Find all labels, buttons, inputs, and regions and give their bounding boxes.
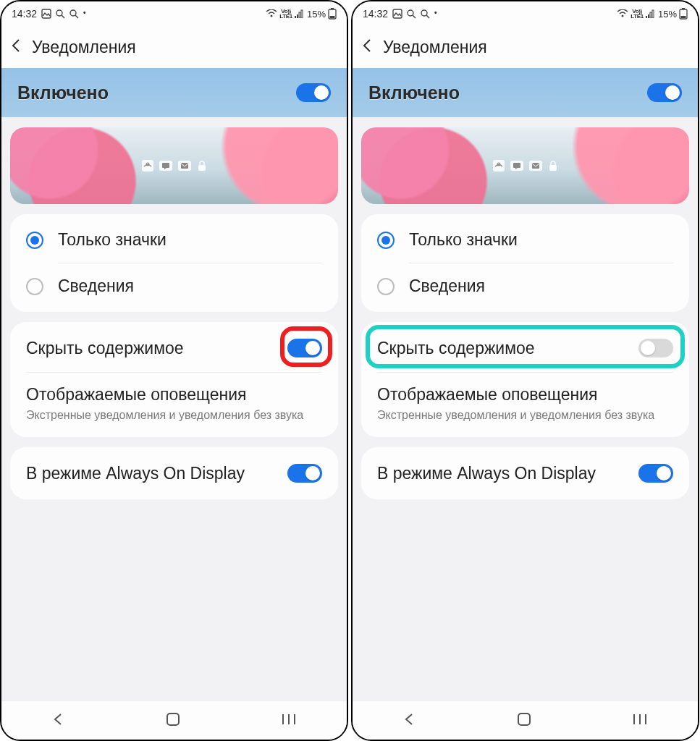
nav-home-icon[interactable] bbox=[516, 711, 532, 730]
volte-icon: Vo))LTE1 bbox=[279, 9, 292, 19]
wifi-icon bbox=[617, 9, 628, 18]
gallery-icon bbox=[41, 9, 51, 19]
hide-content-toggle[interactable] bbox=[638, 339, 673, 357]
svg-point-5 bbox=[271, 15, 273, 17]
hide-content-row[interactable]: Скрыть содержимое bbox=[361, 325, 689, 372]
lock-icon bbox=[548, 160, 558, 172]
svg-rect-21 bbox=[393, 9, 402, 18]
svg-rect-33 bbox=[681, 16, 686, 18]
lockscreen-preview bbox=[361, 127, 689, 204]
lock-icon bbox=[197, 160, 207, 172]
more-dot-icon: • bbox=[83, 9, 86, 17]
radio-icon[interactable] bbox=[377, 278, 395, 295]
radio-icon[interactable] bbox=[26, 232, 43, 249]
mail-icon bbox=[529, 161, 542, 171]
search-icon-2 bbox=[421, 9, 430, 19]
shown-alerts-title: Отображаемые оповещения bbox=[377, 384, 673, 405]
master-toggle[interactable] bbox=[647, 83, 682, 102]
radio-label: Сведения bbox=[58, 276, 134, 296]
radio-label: Сведения bbox=[409, 276, 485, 296]
hide-content-label: Скрыть содержимое bbox=[26, 338, 184, 359]
svg-line-2 bbox=[62, 15, 64, 18]
svg-rect-7 bbox=[297, 14, 298, 18]
shown-alerts-row[interactable]: Отображаемые оповещения Экстренные уведо… bbox=[361, 373, 689, 434]
master-toggle-row[interactable]: Включено bbox=[1, 68, 347, 117]
aod-row[interactable]: В режиме Always On Display bbox=[361, 450, 689, 497]
phone-right: 14:32 • Vo))LTE1 15% Уведомления Включен… bbox=[351, 0, 699, 741]
aod-toggle[interactable] bbox=[638, 464, 673, 483]
master-toggle[interactable] bbox=[296, 83, 331, 102]
battery-icon bbox=[328, 8, 337, 20]
nav-recents-icon[interactable] bbox=[281, 713, 297, 729]
svg-rect-8 bbox=[299, 12, 300, 18]
svg-rect-27 bbox=[646, 16, 647, 18]
radio-label: Только значки bbox=[409, 230, 518, 250]
shown-alerts-sub: Экстренные уведомления и уведомления без… bbox=[26, 408, 322, 423]
page-title: Уведомления bbox=[383, 38, 487, 57]
more-dot-icon: • bbox=[434, 9, 437, 17]
svg-point-1 bbox=[56, 10, 62, 16]
svg-point-26 bbox=[622, 15, 624, 17]
svg-rect-36 bbox=[532, 163, 539, 169]
radio-icons-only[interactable]: Только значки bbox=[361, 217, 689, 263]
options-card: Скрыть содержимое Отображаемые оповещени… bbox=[10, 322, 338, 437]
back-icon[interactable] bbox=[10, 37, 23, 57]
svg-rect-12 bbox=[330, 16, 335, 18]
back-icon[interactable] bbox=[361, 37, 374, 57]
shown-alerts-row[interactable]: Отображаемые оповещения Экстренные уведо… bbox=[10, 373, 338, 434]
battery-percent: 15% bbox=[658, 9, 677, 20]
svg-rect-16 bbox=[198, 165, 206, 171]
lockscreen-preview bbox=[10, 127, 338, 204]
aod-label: В режиме Always On Display bbox=[377, 463, 596, 484]
header: Уведомления bbox=[353, 26, 698, 68]
shown-alerts-sub: Экстренные уведомления и уведомления без… bbox=[377, 408, 673, 423]
aod-row[interactable]: В режиме Always On Display bbox=[10, 450, 338, 497]
svg-line-23 bbox=[413, 15, 416, 18]
master-toggle-label: Включено bbox=[368, 82, 460, 103]
aod-toggle[interactable] bbox=[287, 464, 322, 483]
radio-label: Только значки bbox=[58, 230, 166, 250]
search-icon-2 bbox=[69, 9, 79, 19]
radio-icons-only[interactable]: Только значки bbox=[10, 217, 338, 263]
svg-rect-30 bbox=[652, 10, 654, 18]
gallery-icon bbox=[392, 9, 402, 19]
missed-call-icon bbox=[142, 160, 153, 172]
signal-icon bbox=[646, 9, 656, 18]
master-toggle-row[interactable]: Включено bbox=[353, 68, 698, 117]
svg-rect-6 bbox=[295, 16, 296, 18]
radio-details[interactable]: Сведения bbox=[361, 263, 689, 309]
chat-icon bbox=[510, 161, 523, 171]
radio-icon[interactable] bbox=[26, 278, 43, 295]
aod-card: В режиме Always On Display bbox=[10, 447, 338, 500]
radio-icon[interactable] bbox=[377, 232, 395, 249]
style-card: Только значки Сведения bbox=[10, 214, 338, 312]
radio-details[interactable]: Сведения bbox=[10, 263, 338, 309]
nav-recents-icon[interactable] bbox=[632, 713, 648, 729]
hide-content-row[interactable]: Скрыть содержимое bbox=[10, 325, 338, 372]
svg-rect-38 bbox=[518, 714, 530, 725]
page-title: Уведомления bbox=[32, 38, 136, 57]
battery-icon bbox=[679, 8, 688, 20]
svg-point-24 bbox=[421, 10, 427, 16]
header: Уведомления bbox=[1, 26, 347, 68]
missed-call-icon bbox=[493, 160, 505, 172]
nav-back-icon[interactable] bbox=[402, 712, 417, 729]
battery-percent: 15% bbox=[307, 9, 326, 20]
svg-point-22 bbox=[408, 10, 413, 16]
hide-content-label: Скрыть содержимое bbox=[377, 338, 535, 359]
svg-rect-9 bbox=[301, 10, 303, 18]
svg-rect-15 bbox=[181, 163, 188, 169]
volte-icon: Vo))LTE1 bbox=[631, 9, 644, 19]
status-time: 14:32 bbox=[12, 8, 37, 20]
search-icon bbox=[407, 9, 416, 19]
nav-back-icon[interactable] bbox=[51, 712, 66, 729]
phone-left: 14:32 • Vo))LTE1 15% Уведомления Включен… bbox=[0, 0, 348, 741]
nav-bar bbox=[353, 700, 698, 740]
hide-content-toggle[interactable] bbox=[287, 339, 322, 357]
svg-rect-28 bbox=[648, 14, 649, 18]
chat-icon bbox=[159, 161, 172, 171]
svg-rect-35 bbox=[513, 163, 520, 168]
search-icon bbox=[56, 9, 65, 19]
shown-alerts-title: Отображаемые оповещения bbox=[26, 384, 322, 405]
nav-home-icon[interactable] bbox=[165, 711, 181, 730]
